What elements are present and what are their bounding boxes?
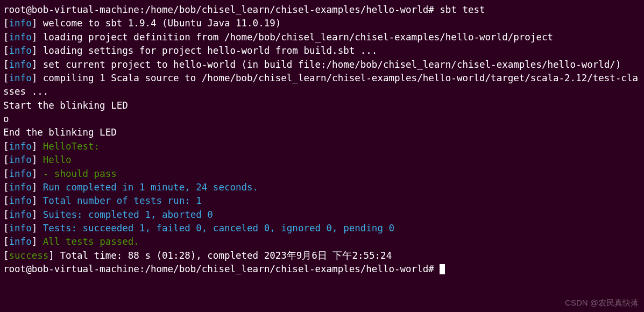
prompt-user-host: root@bob-virtual-machine:/home/bob/chise… [3, 4, 434, 15]
log-line: [info] compiling 1 Scala source to /home… [3, 72, 641, 99]
log-line: [info] set current project to hello-worl… [3, 58, 641, 72]
log-line: [info] loading project definition from /… [3, 31, 641, 44]
log-line: [info] loading settings for project hell… [3, 44, 641, 58]
watermark: CSDN @农民真快落 [565, 297, 639, 309]
prompt-user-host: root@bob-virtual-machine:/home/bob/chise… [3, 264, 434, 274]
output-line: o [3, 112, 641, 126]
output-line: End the blinking LED [3, 126, 641, 139]
terminal-output: root@bob-virtual-machine:/home/bob/chise… [3, 3, 641, 276]
prompt-line-2[interactable]: root@bob-virtual-machine:/home/bob/chise… [3, 263, 641, 276]
log-line: [info] HelloTest: [3, 140, 641, 153]
log-line: [info] Suites: completed 1, aborted 0 [3, 208, 641, 222]
log-line: [info] welcome to sbt 1.9.4 (Ubuntu Java… [3, 17, 641, 30]
log-line: [info] Total number of tests run: 1 [3, 194, 641, 208]
log-line: [info] Run completed in 1 minute, 24 sec… [3, 181, 641, 194]
output-line: Start the blinking LED [3, 99, 641, 112]
cursor-icon [440, 264, 445, 274]
command-input[interactable]: sbt test [440, 4, 485, 15]
prompt-line-1[interactable]: root@bob-virtual-machine:/home/bob/chise… [3, 3, 641, 17]
log-line-success: [success] Total time: 88 s (01:28), comp… [3, 249, 641, 263]
log-line-passed: [info] All tests passed. [3, 235, 641, 249]
log-line: [info] Tests: succeeded 1, failed 0, can… [3, 222, 641, 235]
log-line: [info] Hello [3, 153, 641, 167]
log-line: [info] - should pass [3, 167, 641, 181]
